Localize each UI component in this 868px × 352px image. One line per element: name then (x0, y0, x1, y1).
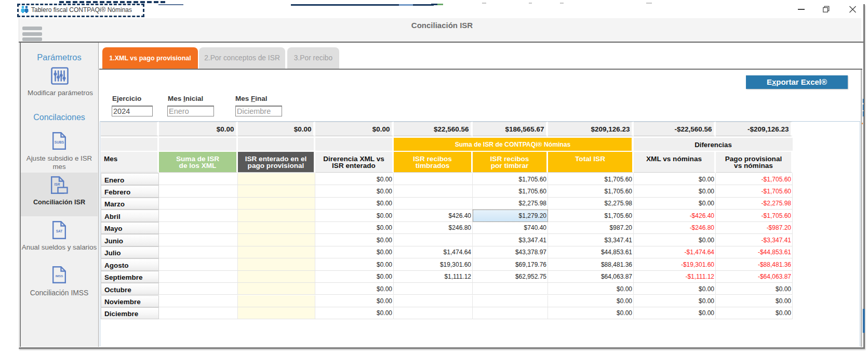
svg-text:SUBS: SUBS (55, 140, 64, 144)
svg-text:ISR: ISR (55, 182, 60, 186)
svg-text:SAT: SAT (56, 229, 63, 233)
svg-text:IMSS: IMSS (56, 275, 63, 278)
